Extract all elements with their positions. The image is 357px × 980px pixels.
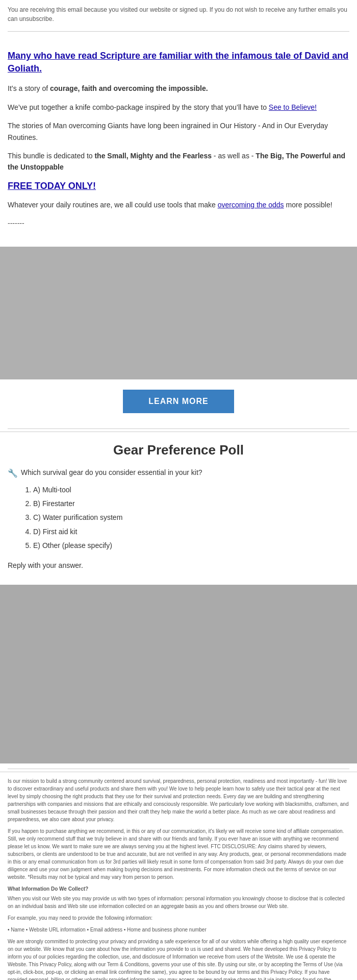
disclaimer-section: You are receiving this email because you… — [0, 0, 357, 29]
poll-question-text: Which survival gear do you consider esse… — [21, 468, 202, 476]
poll-option-4: D) First aid kit — [33, 526, 349, 537]
privacy-text: We are strongly committed to protecting … — [8, 938, 349, 980]
paragraph-1: It’s a story of courage, faith and overc… — [8, 83, 349, 94]
p5-prefix: Whatever your daily routines are, we all… — [8, 201, 218, 209]
p1-bold: courage, faith and overcoming the imposs… — [50, 84, 208, 92]
example-items: • Name • Website URL information • Email… — [8, 926, 349, 934]
overcoming-odds-link[interactable]: overcoming the odds — [218, 201, 284, 209]
separator: ------- — [8, 218, 349, 229]
poll-option-2: B) Firestarter — [33, 498, 349, 509]
top-divider — [8, 31, 349, 32]
p4-prefix: This bundle is dedicated to — [8, 152, 94, 160]
poll-divider — [8, 428, 349, 429]
learn-more-button[interactable]: LEARN MORE — [123, 390, 234, 413]
poll-option-5: E) Other (please specify) — [33, 540, 349, 551]
info-text: When you visit our Web site you may prov… — [8, 895, 349, 910]
promo-banner — [0, 585, 357, 763]
headline-link[interactable]: Many who have read Scripture are familia… — [8, 50, 349, 75]
paragraph-5: Whatever your daily routines are, we all… — [8, 199, 349, 210]
poll-icon: 🔧 — [8, 468, 18, 478]
p1-prefix: It’s a story of — [8, 84, 50, 92]
p4-bold1: the Small, Mighty and the Fearless — [94, 152, 212, 160]
footer-divider — [8, 769, 349, 769]
p4-mid: - as well as - — [212, 152, 256, 160]
p2-prefix: We’ve put together a knife combo-package… — [8, 103, 269, 111]
paragraph-3: The stories of Man overcoming Giants hav… — [8, 120, 349, 143]
poll-question-row: 🔧 Which survival gear do you consider es… — [8, 468, 349, 478]
promo-image — [0, 247, 357, 379]
poll-reply: Reply with your answer. — [8, 561, 349, 569]
paragraph-2: We’ve put together a knife combo-package… — [8, 102, 349, 113]
main-content: Many who have read Scripture are familia… — [0, 34, 357, 242]
paragraph-4: This bundle is dedicated to the Small, M… — [8, 150, 349, 173]
poll-options: A) Multi-tool B) Firestarter C) Water pu… — [23, 484, 349, 552]
p5-suffix: more possible! — [284, 201, 333, 209]
poll-option-3: C) Water purification system — [33, 512, 349, 523]
info-heading: What Information Do We Collect? — [8, 885, 349, 893]
affiliate-notice: If you happen to purchase anything we re… — [8, 827, 349, 881]
example-label: For example, you may need to provide the… — [8, 914, 349, 922]
poll-title: Gear Preference Poll — [8, 442, 349, 458]
footer-legal: Is our mission to build a strong communi… — [0, 772, 357, 980]
email-container: You are receiving this email because you… — [0, 0, 357, 980]
privacy-text-content: We are strongly committed to protecting … — [8, 939, 348, 980]
mission-text: Is our mission to build a strong communi… — [8, 777, 349, 823]
see-to-believe-link[interactable]: See to Believe! — [269, 103, 317, 111]
poll-section: Gear Preference Poll 🔧 Which survival ge… — [0, 432, 357, 580]
btn-container: LEARN MORE — [0, 390, 357, 413]
free-today-link[interactable]: FREE TODAY ONLY! — [8, 181, 349, 192]
poll-option-1: A) Multi-tool — [33, 484, 349, 495]
poll-options-list: A) Multi-tool B) Firestarter C) Water pu… — [23, 484, 349, 552]
disclaimer-text: You are receiving this email because you… — [8, 6, 347, 22]
